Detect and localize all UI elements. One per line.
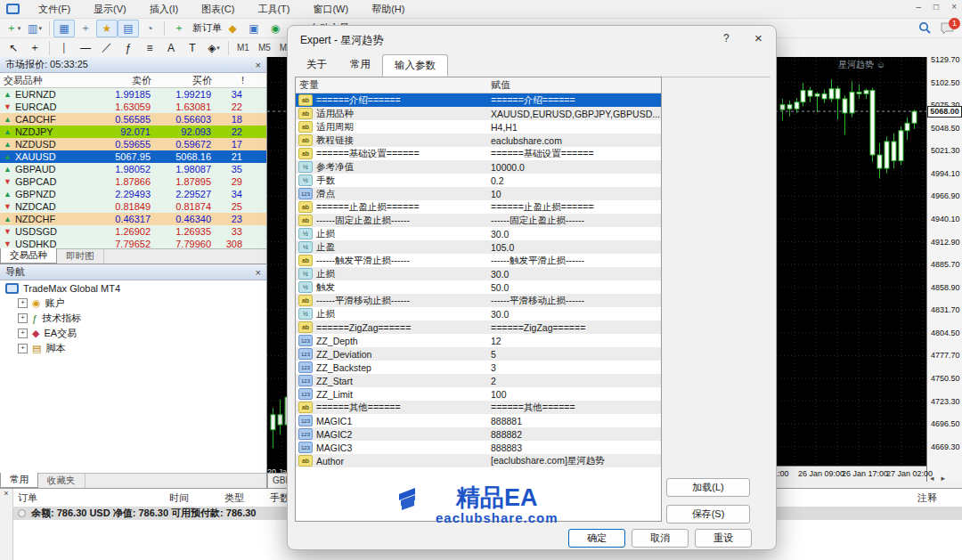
cancel-button[interactable]: 取消 xyxy=(632,529,689,548)
param-row[interactable]: ½止盈105.0 xyxy=(296,240,661,254)
chart-price-scale[interactable]: 5129.705102.505075.305048.505021.304994.… xyxy=(926,57,962,482)
new-order-label[interactable]: 新订单 xyxy=(192,21,222,35)
navigator-close-icon[interactable]: × xyxy=(256,267,261,278)
market-watch-row[interactable]: ▼NZDCAD0.818490.8187425 xyxy=(0,200,266,213)
param-row[interactable]: ½触发50.0 xyxy=(296,280,661,294)
search-icon[interactable] xyxy=(918,21,932,37)
terminal-pc-icon[interactable]: ▣ xyxy=(243,20,265,37)
param-row[interactable]: ab------触发平滑止损------------触发平滑止损------ xyxy=(296,254,661,267)
market-watch-row[interactable]: ▼USDSGD1.269021.2693533 xyxy=(0,225,266,238)
param-row[interactable]: ½参考净值10000.0 xyxy=(296,160,661,174)
market-watch-tab[interactable]: 交易品种 xyxy=(0,248,57,264)
expand-icon[interactable]: + xyxy=(18,329,28,338)
navigator-root[interactable]: TradeMax Global MT4 xyxy=(0,280,266,296)
param-row[interactable]: 123MAGIC2888882 xyxy=(296,427,661,441)
dialog-tab[interactable]: 关于 xyxy=(295,54,338,77)
expand-icon[interactable]: + xyxy=(18,313,28,323)
market-watch-row[interactable]: ▼GBPCAD1.878661.8789529 xyxy=(0,175,266,188)
menu-item[interactable]: 插入(I) xyxy=(138,1,190,18)
market-watch-row[interactable]: ▲GBPNZD2.294932.2952734 xyxy=(0,188,266,200)
menu-item[interactable]: 窗口(W) xyxy=(301,1,360,18)
vertical-line-icon[interactable]: ｜ xyxy=(53,39,75,57)
param-row[interactable]: ½手数0.2 xyxy=(296,174,661,187)
param-row[interactable]: ab适用周期H4,H1 xyxy=(296,120,661,134)
terminal-column-注释[interactable]: 注释 xyxy=(917,491,937,505)
timeframe-m1[interactable]: M1 xyxy=(232,41,254,54)
param-row[interactable]: 123ZZ_Backstep3 xyxy=(296,361,661,374)
market-watch-row[interactable]: ▲CADCHF0.565850.5660318 xyxy=(0,113,266,126)
trendline-icon[interactable]: ／ xyxy=(96,39,118,57)
ok-button[interactable]: 确定 xyxy=(568,529,625,548)
chart-tabs-scroll-arrows[interactable]: ◂▸ xyxy=(930,474,952,483)
data-window-icon[interactable]: ＋ xyxy=(75,20,96,37)
cursor-icon[interactable]: ↖ xyxy=(3,39,24,57)
param-row[interactable]: ab------固定止盈止损------------固定止盈止损------ xyxy=(296,214,661,227)
close-icon[interactable]: × xyxy=(951,2,957,12)
metaeditor-icon[interactable]: ◆ xyxy=(222,20,243,37)
param-row[interactable]: 123MAGIC1888881 xyxy=(296,414,661,427)
menu-item[interactable]: 显示(V) xyxy=(82,1,138,18)
navigator-toggle-icon[interactable]: ★ xyxy=(96,20,118,37)
market-watch-tab[interactable]: 即时图 xyxy=(57,249,104,264)
save-button[interactable]: 保存(S) xyxy=(666,505,750,523)
market-watch-close-icon[interactable]: × xyxy=(256,60,261,70)
channels-icon[interactable]: ≡ xyxy=(139,39,160,57)
load-button[interactable]: 加载(L) xyxy=(666,478,750,497)
param-row[interactable]: ab======止盈止损============止盈止损====== xyxy=(296,200,661,214)
profiles-icon[interactable]: ▥▾ xyxy=(24,20,45,37)
param-row[interactable]: 123MAGIC3888883 xyxy=(296,441,661,454)
param-row[interactable]: 123ZZ_Deviation5 xyxy=(296,347,661,361)
market-watch-row[interactable]: ▼EURCAD1.630591.6308122 xyxy=(0,101,266,113)
navigator-item[interactable]: +◆EA交易 xyxy=(0,326,266,341)
terminal-column-类型[interactable]: 类型 xyxy=(224,491,244,505)
market-watch-toggle-icon[interactable]: ▦ xyxy=(53,20,75,37)
navigator-tab[interactable]: 收藏夹 xyxy=(38,474,86,488)
dialog-help-button[interactable]: ? xyxy=(723,32,730,45)
expand-icon[interactable]: + xyxy=(18,298,28,308)
terminal-column-订单[interactable]: 订单 xyxy=(18,491,37,505)
navigator-tab[interactable]: 常用 xyxy=(0,473,38,488)
horizontal-line-icon[interactable]: — xyxy=(75,39,96,57)
market-watch-row[interactable]: ▲EURNZD1.991851.9921934 xyxy=(0,88,266,101)
column-value[interactable]: 赋值 xyxy=(487,78,661,92)
navigator-item[interactable]: +ƒ技术指标 xyxy=(0,311,266,326)
market-watch-row[interactable]: ▲XAUUSD5067.955068.1621 xyxy=(0,150,266,163)
param-row[interactable]: 123ZZ_Depth12 xyxy=(296,334,661,347)
param-row[interactable]: ab======基础设置============基础设置====== xyxy=(296,147,661,160)
param-row[interactable]: 123ZZ_Limit100 xyxy=(296,387,661,401)
param-row[interactable]: ab======介绍============介绍====== xyxy=(296,93,661,107)
restore-icon[interactable]: □ xyxy=(933,2,939,12)
menu-item[interactable]: 图表(C) xyxy=(190,1,246,18)
fibonacci-icon[interactable]: ƒ xyxy=(118,39,139,57)
column-symbol[interactable]: 交易品种 xyxy=(0,74,96,87)
expand-icon[interactable]: + xyxy=(18,344,28,353)
param-row[interactable]: ½止损30.0 xyxy=(296,267,661,280)
market-watch-row[interactable]: ▲NZDJPY92.07192.09322 xyxy=(0,126,266,138)
param-row[interactable]: ½止损30.0 xyxy=(296,307,661,321)
notifications-chat-icon[interactable]: 1 xyxy=(941,22,955,37)
dialog-close-button[interactable]: × xyxy=(754,30,762,45)
param-row[interactable]: ab教程链接eaclubshare.com xyxy=(296,134,661,147)
terminal-column-时间[interactable]: 时间 xyxy=(169,491,189,505)
market-watch-row[interactable]: ▲NZDUSD0.596550.5967217 xyxy=(0,138,266,150)
terminal-close-icon[interactable]: × xyxy=(4,489,8,498)
timeframe-m5[interactable]: M5 xyxy=(254,41,275,54)
market-watch-row[interactable]: ▲NZDCHF0.463170.4634023 xyxy=(0,213,266,225)
column-ask[interactable]: 买价 xyxy=(155,74,216,87)
param-row[interactable]: 123ZZ_Start2 xyxy=(296,374,661,387)
param-row[interactable]: 123滑点10 xyxy=(296,187,661,200)
navigator-item[interactable]: +◉账户 xyxy=(0,296,266,311)
param-row[interactable]: ab------平滑移动止损------------平滑移动止损------ xyxy=(296,294,661,307)
param-row[interactable]: ab适用品种XAUUSD,EURUSD,GBPJPY,GBPUSD... xyxy=(296,107,661,120)
new-order-icon[interactable]: ＋ xyxy=(168,20,190,37)
dialog-tab[interactable]: 常用 xyxy=(338,54,382,77)
strategy-tester-icon[interactable]: ◔ xyxy=(139,20,160,37)
column-spread[interactable]: ! xyxy=(216,75,248,85)
param-row[interactable]: ab======ZigZag============ZigZag====== xyxy=(296,321,661,334)
text-label-icon[interactable]: T xyxy=(182,39,203,57)
signals-icon[interactable]: ◉ xyxy=(265,20,286,37)
param-row[interactable]: ½止损30.0 xyxy=(296,227,661,240)
param-row[interactable]: ab======其他============其他====== xyxy=(296,401,661,414)
minimize-icon[interactable]: – xyxy=(917,2,922,12)
dialog-tab[interactable]: 输入参数 xyxy=(382,54,448,77)
